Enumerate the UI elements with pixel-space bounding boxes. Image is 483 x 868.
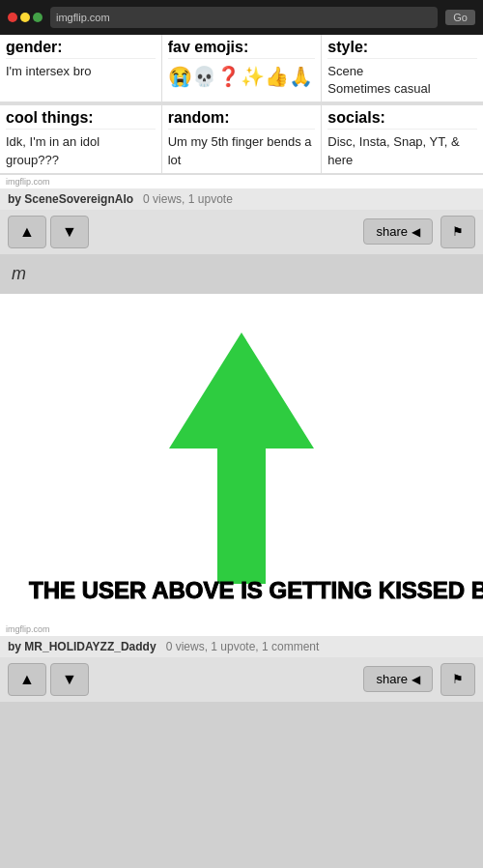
go-button[interactable]: Go	[445, 10, 475, 25]
share-button-1[interactable]: share ◀	[363, 218, 433, 245]
post-meta-1: by SceneSovereignAlo 0 views, 1 upvote	[0, 188, 483, 210]
emojis-header: fav emojis:	[168, 39, 316, 59]
author-1[interactable]: SceneSovereignAlo	[24, 192, 133, 206]
style-header: style:	[327, 39, 477, 59]
socials-section: socials: Disc, Insta, Snap, YT, & here	[322, 105, 483, 172]
vote-group-2: ▲ ▼	[8, 663, 89, 696]
action-bar-2: ▲ ▼ share ◀ ⚑	[0, 657, 483, 702]
post-meta-2: by MR_HOLIDAYZZ_Daddy 0 views, 1 upvote,…	[0, 636, 483, 657]
watermark-1: imgflip.com	[0, 175, 483, 188]
share-label-2: share	[376, 672, 408, 686]
upvote-button-1[interactable]: ▲	[8, 216, 46, 248]
cool-things-value: Idk, I'm in an idol group???	[6, 133, 156, 168]
by-label-2: by	[8, 640, 21, 653]
cool-things-section: cool things: Idk, I'm in an idol group??…	[0, 105, 161, 172]
share-label-1: share	[376, 224, 408, 239]
author-2[interactable]: MR_HOLIDAYZZ_Daddy	[24, 640, 156, 653]
top-bar: Go	[0, 0, 483, 35]
socials-header: socials:	[327, 109, 477, 130]
window-controls	[8, 13, 43, 22]
minimize-dot	[20, 13, 30, 22]
style-value: Scene Sometimes casual	[327, 63, 477, 98]
watermark-2: imgflip.com	[0, 622, 483, 636]
info-grid-row2: cool things: Idk, I'm in an idol group??…	[0, 103, 483, 174]
share-icon-1: ◀	[412, 225, 420, 239]
svg-marker-0	[169, 333, 314, 584]
random-section: random: Um my 5th finger bends a lot	[161, 105, 323, 172]
downvote-button-2[interactable]: ▼	[50, 663, 89, 696]
random-value: Um my 5th finger bends a lot	[168, 133, 316, 168]
meme-card-1: gender: I'm intersex bro fav emojis: 😭💀❓…	[0, 35, 483, 254]
views-2: 0 views, 1 upvote, 1 comment	[166, 640, 320, 653]
vote-group-1: ▲ ▼	[8, 216, 89, 248]
share-icon-2: ◀	[412, 673, 420, 686]
post-gap: m	[0, 254, 483, 294]
meme-card-2: THE USER ABOVE IS GETTING KISSED BY ME i…	[0, 294, 483, 702]
url-input[interactable]	[50, 7, 438, 28]
close-dot	[8, 13, 17, 22]
upvote-button-2[interactable]: ▲	[8, 663, 46, 696]
meme-text: THE USER ABOVE IS GETTING KISSED BY ME	[29, 577, 454, 605]
cool-things-header: cool things:	[6, 109, 156, 130]
gender-header: gender:	[6, 39, 156, 59]
by-label-1: by	[8, 192, 21, 206]
info-grid-row1: gender: I'm intersex bro fav emojis: 😭💀❓…	[0, 35, 483, 103]
socials-value: Disc, Insta, Snap, YT, & here	[327, 133, 477, 168]
downvote-button-1[interactable]: ▼	[50, 216, 89, 248]
random-header: random:	[168, 109, 316, 130]
arrow-svg	[164, 323, 319, 593]
share-button-2[interactable]: share ◀	[363, 666, 433, 692]
emojis-value: 😭💀❓✨👍🙏	[168, 63, 316, 90]
style-section: style: Scene Sometimes casual	[322, 35, 483, 101]
flag-button-1[interactable]: ⚑	[440, 216, 475, 248]
meme-image-2: THE USER ABOVE IS GETTING KISSED BY ME	[0, 294, 483, 622]
maximize-dot	[33, 13, 43, 22]
flag-button-2[interactable]: ⚑	[440, 663, 475, 696]
emojis-section: fav emojis: 😭💀❓✨👍🙏	[161, 35, 323, 101]
gender-value: I'm intersex bro	[6, 63, 156, 80]
views-1: 0 views, 1 upvote	[143, 192, 233, 206]
action-bar-1: ▲ ▼ share ◀ ⚑	[0, 210, 483, 254]
gender-section: gender: I'm intersex bro	[0, 35, 161, 101]
